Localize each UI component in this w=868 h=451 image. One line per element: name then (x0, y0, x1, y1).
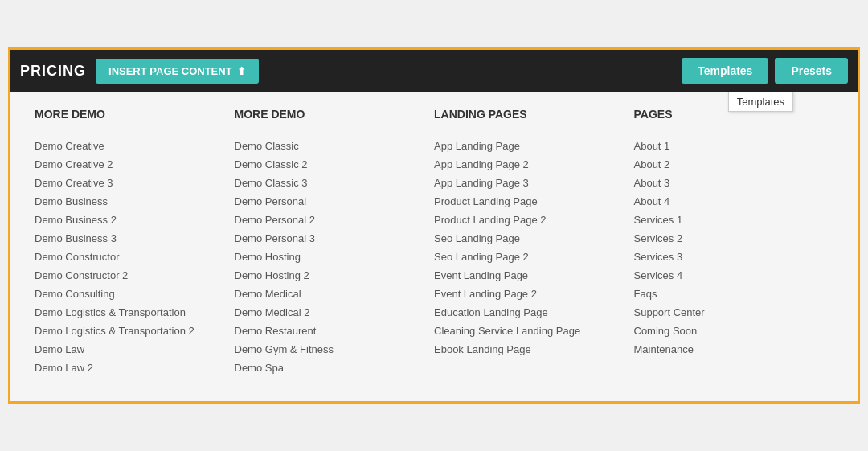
list-item[interactable]: Demo Hosting 2 (235, 266, 427, 285)
list-item[interactable]: Demo Medical (235, 285, 427, 303)
list-item[interactable]: Demo Personal 3 (235, 229, 427, 248)
list-item[interactable]: Demo Classic 2 (235, 155, 427, 174)
list-item[interactable]: App Landing Page 2 (434, 155, 626, 174)
columns-container: MORE DEMODemo CreativeDemo Creative 2Dem… (35, 108, 833, 377)
list-item[interactable]: Demo Personal (235, 192, 427, 211)
list-item[interactable]: Demo Constructor 2 (35, 266, 227, 285)
logo: PRICING (20, 63, 86, 80)
list-item[interactable]: Faqs (634, 285, 826, 303)
list-item[interactable]: Product Landing Page (434, 192, 626, 211)
templates-button[interactable]: Templates (682, 58, 768, 84)
list-item[interactable]: App Landing Page (434, 137, 626, 155)
list-item[interactable]: Demo Logistics & Transportation (35, 303, 227, 322)
list-item[interactable]: Cleaning Service Landing Page (434, 322, 626, 340)
list-item[interactable]: Services 3 (634, 248, 826, 266)
column-header-more-demo-1: MORE DEMO (35, 108, 227, 125)
list-item[interactable]: Event Landing Page (434, 266, 626, 285)
header-right: Templates Presets Templates (682, 58, 848, 84)
list-item[interactable]: Services 1 (634, 211, 826, 229)
column-header-landing-pages: LANDING PAGES (434, 108, 626, 125)
list-item[interactable]: About 3 (634, 174, 826, 192)
list-item[interactable]: Demo Law (35, 340, 227, 359)
list-item[interactable]: Ebook Landing Page (434, 340, 626, 359)
list-item[interactable]: Demo Creative 3 (35, 174, 227, 192)
list-item[interactable]: Demo Law 2 (35, 359, 227, 377)
list-item[interactable]: Demo Business (35, 192, 227, 211)
list-item[interactable]: Product Landing Page 2 (434, 211, 626, 229)
list-item[interactable]: Services 4 (634, 266, 826, 285)
list-item[interactable]: Event Landing Page 2 (434, 285, 626, 303)
list-item[interactable]: Support Center (634, 303, 826, 322)
insert-page-content-button[interactable]: INSERT PAGE CONTENT (96, 59, 259, 84)
list-item[interactable]: Demo Constructor (35, 248, 227, 266)
column-landing-pages: LANDING PAGESApp Landing PageApp Landing… (434, 108, 634, 377)
list-item[interactable]: Demo Consulting (35, 285, 227, 303)
list-item[interactable]: Demo Business 3 (35, 229, 227, 248)
presets-button[interactable]: Presets (775, 58, 848, 84)
list-item[interactable]: Demo Creative 2 (35, 155, 227, 174)
list-item[interactable]: Demo Gym & Fitness (235, 340, 427, 359)
list-item[interactable]: App Landing Page 3 (434, 174, 626, 192)
list-item[interactable]: Demo Logistics & Transportation 2 (35, 322, 227, 340)
list-item[interactable]: About 1 (634, 137, 826, 155)
list-item[interactable]: Demo Hosting (235, 248, 427, 266)
insert-btn-label: INSERT PAGE CONTENT (108, 65, 232, 77)
header: PRICING INSERT PAGE CONTENT Templates Pr… (10, 50, 858, 92)
list-item[interactable]: Demo Personal 2 (235, 211, 427, 229)
list-item[interactable]: Services 2 (634, 229, 826, 248)
list-item[interactable]: Demo Creative (35, 137, 227, 155)
list-item[interactable]: About 4 (634, 192, 826, 211)
column-more-demo-2: MORE DEMODemo ClassicDemo Classic 2Demo … (235, 108, 435, 377)
list-item[interactable]: Demo Medical 2 (235, 303, 427, 322)
main-wrapper: PRICING INSERT PAGE CONTENT Templates Pr… (8, 47, 860, 404)
list-item[interactable]: Education Landing Page (434, 303, 626, 322)
column-header-more-demo-2: MORE DEMO (235, 108, 427, 125)
header-left: PRICING INSERT PAGE CONTENT (20, 59, 259, 84)
list-item[interactable]: About 2 (634, 155, 826, 174)
list-item[interactable]: Demo Spa (235, 359, 427, 377)
list-item[interactable]: Demo Classic 3 (235, 174, 427, 192)
templates-tooltip: Templates (728, 92, 793, 112)
content-area: MORE DEMODemo CreativeDemo Creative 2Dem… (10, 92, 858, 401)
column-more-demo-1: MORE DEMODemo CreativeDemo Creative 2Dem… (35, 108, 235, 377)
list-item[interactable]: Maintenance (634, 340, 826, 359)
list-item[interactable]: Demo Restaurent (235, 322, 427, 340)
list-item[interactable]: Seo Landing Page (434, 229, 626, 248)
list-item[interactable]: Demo Business 2 (35, 211, 227, 229)
upload-icon (237, 65, 246, 77)
list-item[interactable]: Seo Landing Page 2 (434, 248, 626, 266)
list-item[interactable]: Coming Soon (634, 322, 826, 340)
column-pages: PAGESAbout 1About 2About 3About 4Service… (634, 108, 834, 377)
list-item[interactable]: Demo Classic (235, 137, 427, 155)
